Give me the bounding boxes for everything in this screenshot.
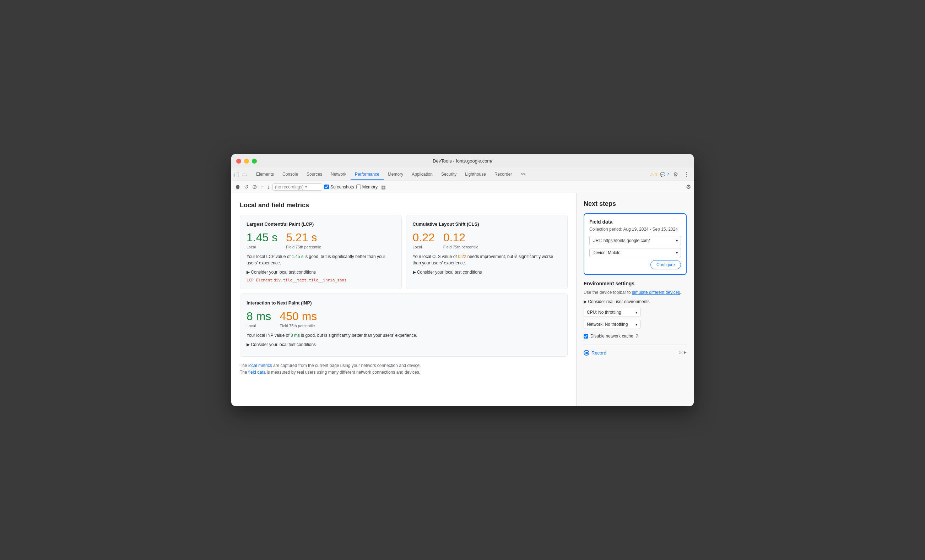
- cls-consider-link[interactable]: ▶ Consider your local test conditions: [413, 270, 561, 275]
- lcp-element: LCP Element div.tile__text.tile__inria_s…: [247, 278, 395, 282]
- tab-application[interactable]: Application: [407, 170, 437, 180]
- inp-field-label: Field 75th percentile: [280, 324, 317, 328]
- upload-button[interactable]: ↑: [260, 183, 264, 191]
- url-value: URL: https://fonts.google.com/: [592, 238, 650, 243]
- field-data-card: Field data Collection period: Aug 19, 20…: [584, 213, 687, 275]
- env-title: Environment settings: [584, 281, 687, 287]
- lcp-card: Largest Contentful Paint (LCP) 1.45 s Lo…: [240, 215, 402, 289]
- cls-field-value: 0.12: [443, 231, 479, 244]
- inspector-icon[interactable]: ⬚: [234, 171, 240, 178]
- disable-cache-checkbox[interactable]: [584, 334, 588, 339]
- memory-icon: ▦: [381, 184, 386, 190]
- screenshots-checkbox-group: Screenshots: [324, 185, 354, 189]
- inp-values: 8 ms Local 450 ms Field 75th percentile: [247, 310, 561, 328]
- lcp-local-group: 1.45 s Local: [247, 231, 277, 249]
- lcp-field-label: Field 75th percentile: [286, 245, 321, 249]
- inp-local-value: 8 ms: [247, 310, 271, 323]
- lcp-field-value: 5.21 s: [286, 231, 321, 244]
- inp-title: Interaction to Next Paint (INP): [247, 300, 561, 306]
- download-button[interactable]: ↓: [266, 183, 270, 191]
- field-data-period: Collection period: Aug 19, 2024 - Sep 15…: [589, 227, 681, 232]
- right-panel: Next steps Field data Collection period:…: [577, 193, 694, 406]
- record-shortcut: ⌘ E: [678, 350, 687, 355]
- maximize-button[interactable]: [252, 159, 257, 164]
- record-icon: [584, 350, 589, 356]
- tab-sources[interactable]: Sources: [302, 170, 327, 180]
- memory-label[interactable]: Memory: [362, 185, 378, 189]
- device-value: Device: Mobile: [592, 250, 621, 255]
- inp-consider-link[interactable]: ▶ Consider your local test conditions: [247, 342, 561, 347]
- screenshots-checkbox[interactable]: [324, 185, 329, 189]
- memory-checkbox[interactable]: [356, 185, 361, 189]
- disable-cache-label[interactable]: Disable network cache: [591, 333, 633, 339]
- tab-memory[interactable]: Memory: [384, 170, 407, 180]
- more-options-icon[interactable]: ⋮: [682, 170, 691, 179]
- env-settings-section: Environment settings Use the device tool…: [584, 281, 687, 339]
- tab-elements[interactable]: Elements: [252, 170, 278, 180]
- lcp-description: Your local LCP value of 1.45 s is good, …: [247, 254, 395, 266]
- close-button[interactable]: [236, 159, 241, 164]
- devtools-window: DevTools - fonts.google.com/ ⬚ ▭ Element…: [231, 154, 694, 406]
- cpu-selector[interactable]: CPU: No throttling ▾: [584, 308, 640, 317]
- cls-local-group: 0.22 Local: [413, 231, 435, 249]
- url-chevron-icon: ▾: [676, 239, 678, 243]
- env-dropdowns: CPU: No throttling ▾ Network: No throttl…: [584, 308, 687, 329]
- footer-text: The local metrics are captured from the …: [240, 362, 568, 376]
- lcp-consider-link[interactable]: ▶ Consider your local test conditions: [247, 270, 395, 275]
- local-metrics-link[interactable]: local metrics: [248, 363, 272, 368]
- configure-btn-wrapper: Configure: [589, 260, 681, 269]
- settings-icon[interactable]: ⚙: [672, 170, 679, 179]
- dropdown-chevron: ▾: [305, 185, 307, 189]
- record-button[interactable]: Record: [584, 350, 606, 356]
- secondary-toolbar: ⏺ ↺ ⊘ ↑ ↓ (no recordings) ▾ Screenshots …: [231, 181, 694, 193]
- network-selector[interactable]: Network: No throttling ▾: [584, 320, 640, 329]
- lcp-title: Largest Contentful Paint (LCP): [247, 221, 395, 227]
- refresh-button[interactable]: ↺: [243, 183, 249, 191]
- env-description: Use the device toolbar to simulate diffe…: [584, 289, 687, 296]
- next-steps-title: Next steps: [584, 200, 687, 207]
- inp-local-group: 8 ms Local: [247, 310, 271, 328]
- tab-recorder[interactable]: Recorder: [490, 170, 516, 180]
- tab-console[interactable]: Console: [278, 170, 302, 180]
- lcp-values: 1.45 s Local 5.21 s Field 75th percentil…: [247, 231, 395, 249]
- record-button[interactable]: ⏺: [234, 183, 241, 191]
- window-title: DevTools - fonts.google.com/: [433, 158, 492, 164]
- secondary-settings-icon[interactable]: ⚙: [686, 183, 691, 190]
- consider-real-user-link[interactable]: ▶ Consider real user environments: [584, 299, 687, 304]
- more-tabs-button[interactable]: >>: [516, 170, 530, 180]
- chat-icon: 💬: [660, 172, 665, 177]
- device-toolbar-icon[interactable]: ▭: [242, 171, 248, 178]
- info-count: 2: [666, 172, 669, 177]
- network-value: Network: No throttling: [587, 322, 628, 327]
- info-badge[interactable]: 💬 2: [660, 172, 669, 177]
- tab-toolbar: ⬚ ▭ Elements Console Sources Network Per…: [231, 168, 694, 181]
- tab-lighthouse[interactable]: Lighthouse: [461, 170, 490, 180]
- configure-button[interactable]: Configure: [651, 260, 681, 269]
- cls-local-value: 0.22: [413, 231, 435, 244]
- lcp-element-value: div.tile__text.tile__inria_sans: [274, 278, 346, 282]
- field-data-link[interactable]: field data: [248, 370, 266, 375]
- tab-performance[interactable]: Performance: [351, 170, 384, 180]
- clear-button[interactable]: ⊘: [252, 183, 258, 191]
- tab-network[interactable]: Network: [327, 170, 351, 180]
- title-bar: DevTools - fonts.google.com/: [231, 154, 694, 168]
- screenshots-label[interactable]: Screenshots: [330, 185, 354, 189]
- tab-security[interactable]: Security: [437, 170, 461, 180]
- cls-field-group: 0.12 Field 75th percentile: [443, 231, 479, 249]
- simulate-link[interactable]: simulate different devices: [632, 290, 680, 295]
- device-selector[interactable]: Device: Mobile ▾: [589, 248, 681, 257]
- warning-badge[interactable]: ⚠ 1: [650, 172, 657, 177]
- cls-local-label: Local: [413, 245, 435, 249]
- recording-selector[interactable]: (no recordings) ▾: [273, 183, 322, 191]
- url-selector[interactable]: URL: https://fonts.google.com/ ▾: [589, 236, 681, 245]
- recording-placeholder: (no recordings): [275, 185, 304, 189]
- record-inner: [585, 352, 588, 354]
- help-icon[interactable]: ?: [636, 333, 638, 339]
- cpu-value: CPU: No throttling: [587, 310, 621, 315]
- toolbar-right: ⚠ 1 💬 2 ⚙ ⋮: [650, 170, 691, 179]
- record-section: Record ⌘ E: [584, 345, 687, 356]
- minimize-button[interactable]: [244, 159, 249, 164]
- cls-description: Your local CLS value of 0.22 needs impro…: [413, 254, 561, 266]
- memory-checkbox-group: Memory: [356, 185, 378, 189]
- record-label: Record: [591, 350, 606, 356]
